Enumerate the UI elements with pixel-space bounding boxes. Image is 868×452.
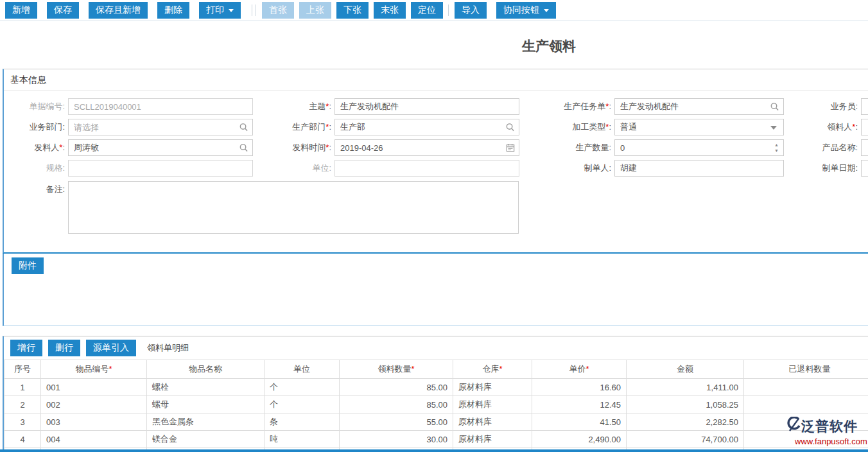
cell-returned	[744, 413, 868, 431]
cell-no: 2	[4, 396, 41, 413]
source-import-button[interactable]: 源单引入	[86, 340, 136, 356]
number-spinner-icon[interactable]: ▲▼	[774, 142, 779, 153]
business-dept-label: 业务部门	[4, 121, 68, 133]
table-row[interactable]: 3 003 黑色金属条 条 55.00 原材料库 41.50 2,282.50	[4, 413, 868, 431]
production-qty-stepper[interactable]	[614, 139, 784, 156]
new-button[interactable]: 新增	[5, 2, 37, 19]
cell-unit: 吨	[265, 431, 340, 448]
requisition-detail-table: 序号 物品编号* 物品名称 单位 领料数量* 仓库* 单价* 金额 已退料数量 …	[4, 360, 868, 452]
cell-item-code: 003	[41, 413, 147, 431]
cell-unit: 个	[265, 396, 340, 413]
col-price: 单价*	[532, 360, 627, 379]
salesperson-label: 业务员	[784, 101, 861, 112]
salesperson-field[interactable]	[861, 98, 868, 115]
issue-time-label: 发料时间*	[253, 142, 334, 153]
cell-price: 41.50	[532, 413, 627, 431]
process-type-select[interactable]	[614, 119, 784, 135]
form-row: 发料人* 发料时间* 生产数量 ▲▼ 产品名称	[4, 137, 868, 158]
chevron-down-icon	[544, 9, 549, 12]
cell-amount: 1,058.25	[627, 396, 744, 413]
material-issuer-field[interactable]	[68, 139, 253, 156]
production-task-field[interactable]	[614, 98, 784, 115]
import-button[interactable]: 导入	[455, 2, 487, 19]
production-material-requisition-page: 新增 保存 保存且新增 删除 打印 首张 上张 下张 末张 定位 导入 协同按钮…	[0, 0, 868, 452]
cell-no: 1	[4, 379, 41, 396]
create-date-label: 制单日期	[784, 162, 861, 174]
chevron-down-icon[interactable]	[770, 126, 777, 130]
table-row[interactable]: 2 002 螺母 个 85.00 原材料库 12.45 1,058.25	[4, 396, 868, 413]
creator-field[interactable]	[614, 160, 784, 177]
spec-field	[68, 160, 253, 177]
material-receiver-label: 领料人*	[784, 121, 861, 133]
cell-price: 12.45	[532, 396, 627, 413]
create-date-field[interactable]	[861, 160, 868, 177]
next-record-button[interactable]: 下张	[336, 2, 369, 19]
material-issuer-field-wrap	[68, 139, 253, 156]
table-row[interactable]: 1 001 螺栓 个 85.00 原材料库 16.60 1,411.00	[4, 379, 868, 396]
production-task-field-wrap	[614, 98, 784, 115]
cell-price: 16.60	[532, 379, 627, 396]
cell-qty: 30.00	[340, 431, 453, 448]
form-row: 单据编号 主题* 生产任务单* 业务员	[4, 96, 868, 117]
detail-grid-panel: 增行 删行 源单引入 领料单明细 序号 物品编号* 物品名称 单位 领料数量* …	[3, 336, 868, 452]
production-dept-label: 生产部门*	[253, 121, 334, 133]
issue-time-field[interactable]	[334, 139, 519, 156]
cell-warehouse: 原材料库	[453, 396, 532, 413]
basic-info-panel: 基本信息 单据编号 主题* 生产任务单* 业务员	[3, 69, 868, 254]
cell-amount: 1,411.00	[627, 379, 744, 396]
material-receiver-field[interactable]	[861, 119, 868, 135]
prev-record-button[interactable]: 上张	[299, 2, 331, 19]
subject-field[interactable]	[334, 98, 519, 115]
form-row: 规格 单位 制单人 制单日期	[4, 158, 868, 178]
cell-item-name: 螺母	[147, 396, 265, 413]
attachment-panel: 附件	[3, 254, 868, 326]
doc-number-field-wrap	[68, 98, 253, 115]
collab-button[interactable]: 协同按钮	[496, 2, 556, 19]
search-icon[interactable]	[505, 123, 515, 132]
col-warehouse: 仓库*	[453, 360, 532, 379]
grid-toolbar: 增行 删行 源单引入 领料单明细	[4, 336, 868, 360]
doc-number-label: 单据编号	[4, 101, 68, 112]
print-button[interactable]: 打印	[199, 2, 241, 19]
doc-number-field	[68, 98, 253, 115]
delete-row-button[interactable]: 删行	[48, 340, 80, 356]
business-dept-field[interactable]	[68, 119, 253, 135]
save-button[interactable]: 保存	[47, 2, 79, 19]
search-icon[interactable]	[239, 143, 248, 153]
col-qty: 领料数量*	[340, 360, 453, 379]
table-row[interactable]: 4 004 镁合金 吨 30.00 原材料库 2,490.00 74,700.0…	[4, 431, 868, 448]
delete-button[interactable]: 删除	[157, 2, 189, 19]
subject-field-wrap	[334, 98, 519, 115]
toolbar-divider	[256, 4, 256, 16]
production-dept-field[interactable]	[334, 119, 519, 135]
search-icon[interactable]	[770, 102, 779, 112]
create-date-field-wrap	[861, 160, 868, 177]
product-name-label: 产品名称	[784, 142, 861, 153]
calendar-icon[interactable]	[506, 143, 515, 152]
col-unit: 单位	[265, 360, 340, 379]
form-row: 业务部门 生产部门* 加工类型* 领料人*	[4, 117, 868, 137]
bottom-accent-bar	[0, 449, 868, 452]
add-row-button[interactable]: 增行	[10, 340, 42, 356]
table-header-row: 序号 物品编号* 物品名称 单位 领料数量* 仓库* 单价* 金额 已退料数量	[4, 360, 868, 379]
grid-title: 领料单明细	[147, 342, 189, 354]
creator-label: 制单人	[519, 162, 614, 174]
col-item-name: 物品名称	[147, 360, 265, 379]
cell-amount: 74,700.00	[627, 431, 744, 448]
cell-qty: 55.00	[340, 413, 453, 431]
save-and-new-button[interactable]: 保存且新增	[89, 2, 148, 19]
attachment-button[interactable]: 附件	[12, 257, 44, 274]
remark-textarea[interactable]	[68, 181, 519, 234]
cell-unit: 条	[265, 413, 340, 431]
last-record-button[interactable]: 末张	[374, 2, 406, 19]
spec-field-wrap	[68, 160, 253, 177]
basic-info-section-title: 基本信息	[4, 69, 868, 91]
cell-amount: 2,282.50	[627, 413, 744, 431]
basic-info-form: 单据编号 主题* 生产任务单* 业务员 业务部门	[4, 91, 868, 234]
first-record-button[interactable]: 首张	[262, 2, 294, 19]
locate-button[interactable]: 定位	[411, 2, 443, 19]
unit-field	[334, 160, 519, 177]
product-name-field[interactable]	[861, 139, 868, 156]
search-icon[interactable]	[239, 123, 248, 132]
cell-returned	[744, 379, 868, 396]
